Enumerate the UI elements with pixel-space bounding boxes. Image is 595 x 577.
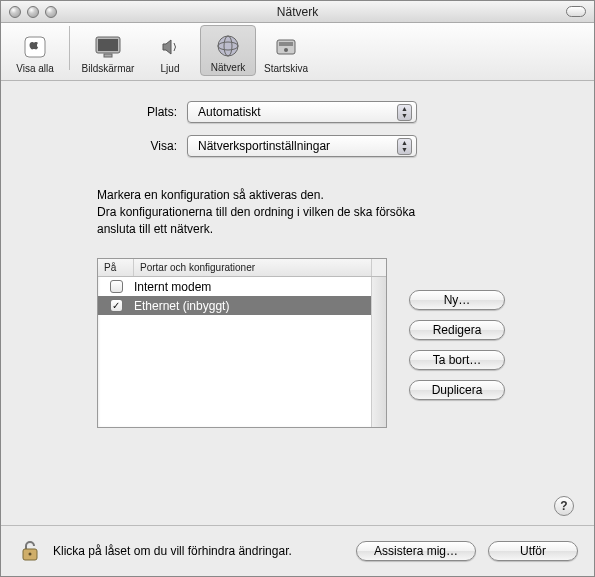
location-label: Plats:: [27, 105, 187, 119]
network-button[interactable]: Nätverk: [200, 25, 256, 76]
apply-button[interactable]: Utför: [488, 541, 578, 561]
lock-open-icon: [19, 539, 41, 563]
zoom-window-button[interactable]: [45, 6, 57, 18]
instruction-line: Dra konfigurationerna till den ordning i…: [97, 204, 568, 221]
toolbar-label: Bildskärmar: [82, 63, 135, 74]
scrollbar[interactable]: [371, 277, 386, 427]
toolbar-label: Startskiva: [264, 63, 308, 74]
list-item[interactable]: ✓ Ethernet (inbyggt): [98, 296, 371, 315]
toolbar-label: Visa alla: [16, 63, 54, 74]
svg-point-11: [29, 553, 32, 556]
preferences-window: Nätverk Visa alla Bildskärmar: [0, 0, 595, 577]
window-controls: [1, 6, 57, 18]
show-all-button[interactable]: Visa alla: [7, 27, 63, 76]
minimize-window-button[interactable]: [27, 6, 39, 18]
column-scroll-corner: [371, 259, 386, 276]
sound-button[interactable]: Ljud: [142, 27, 198, 76]
toolbar-divider: [69, 26, 70, 70]
port-configurations-list[interactable]: På Portar och konfigurationer Internt mo…: [97, 258, 387, 428]
assist-button[interactable]: Assistera mig…: [356, 541, 476, 561]
new-button[interactable]: Ny…: [409, 290, 505, 310]
instruction-line: ansluta till ett nätverk.: [97, 221, 568, 238]
lock-text: Klicka på låset om du vill förhindra änd…: [53, 544, 346, 558]
row-label: Internt modem: [134, 280, 211, 294]
disk-icon: [270, 31, 302, 63]
toolbar-label: Nätverk: [211, 62, 245, 73]
row-checkbox[interactable]: [110, 280, 123, 293]
duplicate-button[interactable]: Duplicera: [409, 380, 505, 400]
close-window-button[interactable]: [9, 6, 21, 18]
list-rows: Internt modem ✓ Ethernet (inbyggt): [98, 277, 371, 427]
svg-point-9: [284, 48, 288, 52]
lock-button[interactable]: [17, 538, 43, 564]
mid-section: På Portar och konfigurationer Internt mo…: [97, 258, 568, 428]
globe-icon: [212, 30, 244, 62]
row-label: Ethernet (inbyggt): [134, 299, 229, 313]
side-buttons: Ny… Redigera Ta bort… Duplicera: [409, 258, 505, 428]
svg-rect-2: [98, 39, 118, 51]
location-value: Automatiskt: [198, 105, 261, 119]
startup-disk-button[interactable]: Startskiva: [258, 27, 314, 76]
list-header: På Portar och konfigurationer: [98, 259, 386, 277]
content-area: Plats: Automatiskt ▲▼ Visa: Nätverksport…: [1, 81, 594, 576]
instruction-line: Markera en konfiguration så aktiveras de…: [97, 187, 568, 204]
displays-button[interactable]: Bildskärmar: [76, 27, 140, 76]
list-body: Internt modem ✓ Ethernet (inbyggt): [98, 277, 386, 427]
instructions-text: Markera en konfiguration så aktiveras de…: [97, 187, 568, 238]
updown-arrows-icon: ▲▼: [397, 104, 412, 121]
column-header-ports[interactable]: Portar och konfigurationer: [134, 259, 371, 276]
row-checkbox[interactable]: ✓: [110, 299, 123, 312]
svg-rect-3: [104, 54, 112, 57]
speaker-icon: [154, 31, 186, 63]
footer: Klicka på låset om du vill förhindra änd…: [1, 525, 594, 576]
list-item[interactable]: Internt modem: [98, 277, 371, 296]
display-icon: [92, 31, 124, 63]
apple-icon: [19, 31, 51, 63]
column-header-on[interactable]: På: [98, 259, 134, 276]
updown-arrows-icon: ▲▼: [397, 138, 412, 155]
titlebar: Nätverk: [1, 1, 594, 23]
toolbar-label: Ljud: [161, 63, 180, 74]
delete-button[interactable]: Ta bort…: [409, 350, 505, 370]
svg-rect-8: [279, 42, 293, 46]
edit-button[interactable]: Redigera: [409, 320, 505, 340]
show-label: Visa:: [27, 139, 187, 153]
help-button[interactable]: ?: [554, 496, 574, 516]
toolbar-toggle-button[interactable]: [566, 6, 586, 17]
window-title: Nätverk: [1, 5, 594, 19]
toolbar: Visa alla Bildskärmar Ljud: [1, 23, 594, 81]
show-popup[interactable]: Nätverksportinställningar ▲▼: [187, 135, 417, 157]
location-popup[interactable]: Automatiskt ▲▼: [187, 101, 417, 123]
show-row: Visa: Nätverksportinställningar ▲▼: [27, 135, 568, 157]
show-value: Nätverksportinställningar: [198, 139, 330, 153]
location-row: Plats: Automatiskt ▲▼: [27, 101, 568, 123]
footer-buttons: Assistera mig… Utför: [356, 541, 578, 561]
svg-point-4: [218, 36, 238, 56]
